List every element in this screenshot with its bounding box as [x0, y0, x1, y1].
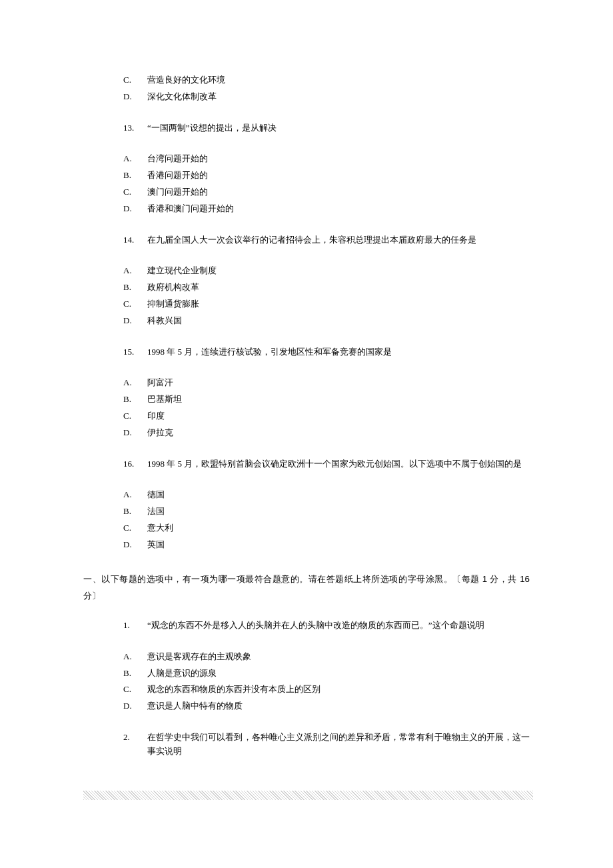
- option-text: 印度: [147, 409, 530, 423]
- option-text: 意识是人脑中特有的物质: [147, 699, 530, 713]
- option-text: 意大利: [147, 521, 530, 535]
- option-text: 香港问题开始的: [147, 169, 530, 183]
- option-text: 台湾问题开始的: [147, 152, 530, 166]
- question-block: 2. 在哲学史中我们可以看到，各种唯心主义派别之间的差异和矛盾，常常有利于唯物主…: [123, 731, 530, 759]
- question-stem: 在九届全国人大一次会议举行的记者招待会上，朱容积总理提出本届政府最大的任务是: [147, 233, 530, 247]
- question-stem-row: 2. 在哲学史中我们可以看到，各种唯心主义派别之间的差异和矛盾，常常有利于唯物主…: [123, 731, 530, 759]
- question-stem-row: 1. “观念的东西不外是移入人的头脑并在人的头脑中改造的物质的东西而已。”这个命…: [123, 619, 530, 633]
- option-text: 伊拉克: [147, 426, 530, 440]
- document-body-part2: 1. “观念的东西不外是移入人的头脑并在人的头脑中改造的物质的东西而已。”这个命…: [0, 619, 613, 759]
- option-row: B.法国: [123, 505, 530, 519]
- option-row: B.政府机构改革: [123, 281, 530, 295]
- option-row: D. 深化文化体制改革: [123, 90, 530, 104]
- option-row: A.意识是客观存在的主观映象: [123, 650, 530, 664]
- option-letter: A.: [123, 650, 147, 664]
- option-letter: B.: [123, 169, 147, 183]
- option-text: 营造良好的文化环境: [147, 73, 530, 87]
- option-letter: B.: [123, 667, 147, 681]
- option-row: B.香港问题开始的: [123, 169, 530, 183]
- question-stem-row: 14. 在九届全国人大一次会议举行的记者招待会上，朱容积总理提出本届政府最大的任…: [123, 233, 530, 247]
- option-letter: C.: [123, 409, 147, 423]
- option-letter: C.: [123, 297, 147, 311]
- question-block: 13. “一国两制”设想的提出，是从解决 A.台湾问题开始的 B.香港问题开始的…: [123, 121, 530, 216]
- question-block: 15. 1998 年 5 月，连续进行核试验，引发地区性和军备竞赛的国家是 A.…: [123, 345, 530, 440]
- option-row: B.人脑是意识的源泉: [123, 667, 530, 681]
- option-row: D.英国: [123, 538, 530, 552]
- question-number: 15.: [123, 345, 147, 359]
- option-text: 巴基斯坦: [147, 393, 530, 407]
- option-row: D.伊拉克: [123, 426, 530, 440]
- question-number: 13.: [123, 121, 147, 135]
- option-letter: D.: [123, 699, 147, 713]
- option-text: 德国: [147, 488, 530, 502]
- question-number: 1.: [123, 619, 147, 633]
- question-stem-row: 15. 1998 年 5 月，连续进行核试验，引发地区性和军备竞赛的国家是: [123, 345, 530, 359]
- option-text: 建立现代企业制度: [147, 264, 530, 278]
- question-stem: 在哲学史中我们可以看到，各种唯心主义派别之间的差异和矛盾，常常有利于唯物主义的开…: [147, 731, 530, 759]
- option-text: 澳门问题开始的: [147, 185, 530, 199]
- option-letter: D.: [123, 90, 147, 104]
- option-text: 阿富汗: [147, 376, 530, 390]
- option-text: 香港和澳门问题开始的: [147, 202, 530, 216]
- question-number: 14.: [123, 233, 147, 247]
- option-row: D.香港和澳门问题开始的: [123, 202, 530, 216]
- option-row: A.台湾问题开始的: [123, 152, 530, 166]
- option-text: 意识是客观存在的主观映象: [147, 650, 530, 664]
- option-text: 观念的东西和物质的东西并没有本质上的区别: [147, 683, 530, 697]
- question-stem-row: 16. 1998 年 5 月，欧盟特别首脑会议确定欧洲十一个国家为欧元创始国。以…: [123, 457, 530, 471]
- question-stem: 1998 年 5 月，欧盟特别首脑会议确定欧洲十一个国家为欧元创始国。以下选项中…: [147, 457, 530, 471]
- option-row: C.印度: [123, 409, 530, 423]
- question-block: 1. “观念的东西不外是移入人的头脑并在人的头脑中改造的物质的东西而已。”这个命…: [123, 619, 530, 713]
- question-stem: “观念的东西不外是移入人的头脑并在人的头脑中改造的物质的东西而已。”这个命题说明: [147, 619, 530, 633]
- option-row: C. 营造良好的文化环境: [123, 73, 530, 87]
- option-row: D.科教兴国: [123, 314, 530, 328]
- option-text: 法国: [147, 505, 530, 519]
- option-letter: A.: [123, 488, 147, 502]
- option-letter: D.: [123, 314, 147, 328]
- question-stem: “一国两制”设想的提出，是从解决: [147, 121, 530, 135]
- option-text: 英国: [147, 538, 530, 552]
- option-letter: A.: [123, 264, 147, 278]
- question-block: 14. 在九届全国人大一次会议举行的记者招待会上，朱容积总理提出本届政府最大的任…: [123, 233, 530, 328]
- footer-divider: [83, 791, 533, 800]
- option-row: A.德国: [123, 488, 530, 502]
- option-letter: B.: [123, 393, 147, 407]
- option-row: C.观念的东西和物质的东西并没有本质上的区别: [123, 683, 530, 697]
- option-letter: B.: [123, 281, 147, 295]
- orphan-options: C. 营造良好的文化环境 D. 深化文化体制改革: [123, 73, 530, 104]
- question-block: 16. 1998 年 5 月，欧盟特别首脑会议确定欧洲十一个国家为欧元创始国。以…: [123, 457, 530, 552]
- section-heading: 一、以下每题的选项中，有一项为哪一项最符合题意的。请在答题纸上将所选项的字母涂黑…: [0, 571, 613, 605]
- option-row: A.建立现代企业制度: [123, 264, 530, 278]
- question-stem-row: 13. “一国两制”设想的提出，是从解决: [123, 121, 530, 135]
- option-text: 抑制通货膨胀: [147, 297, 530, 311]
- option-letter: A.: [123, 152, 147, 166]
- option-letter: C.: [123, 185, 147, 199]
- option-row: D.意识是人脑中特有的物质: [123, 699, 530, 713]
- option-letter: D.: [123, 202, 147, 216]
- option-row: C.澳门问题开始的: [123, 185, 530, 199]
- question-number: 16.: [123, 457, 147, 471]
- option-letter: C.: [123, 683, 147, 697]
- option-row: B.巴基斯坦: [123, 393, 530, 407]
- option-text: 政府机构改革: [147, 281, 530, 295]
- option-row: C.抑制通货膨胀: [123, 297, 530, 311]
- option-text: 科教兴国: [147, 314, 530, 328]
- option-row: A.阿富汗: [123, 376, 530, 390]
- option-row: C.意大利: [123, 521, 530, 535]
- question-number: 2.: [123, 731, 147, 759]
- option-text: 人脑是意识的源泉: [147, 667, 530, 681]
- option-letter: D.: [123, 426, 147, 440]
- option-letter: D.: [123, 538, 147, 552]
- document-body: C. 营造良好的文化环境 D. 深化文化体制改革 13. “一国两制”设想的提出…: [0, 73, 613, 552]
- option-letter: A.: [123, 376, 147, 390]
- question-stem: 1998 年 5 月，连续进行核试验，引发地区性和军备竞赛的国家是: [147, 345, 530, 359]
- option-letter: B.: [123, 505, 147, 519]
- option-letter: C.: [123, 521, 147, 535]
- option-letter: C.: [123, 73, 147, 87]
- option-text: 深化文化体制改革: [147, 90, 530, 104]
